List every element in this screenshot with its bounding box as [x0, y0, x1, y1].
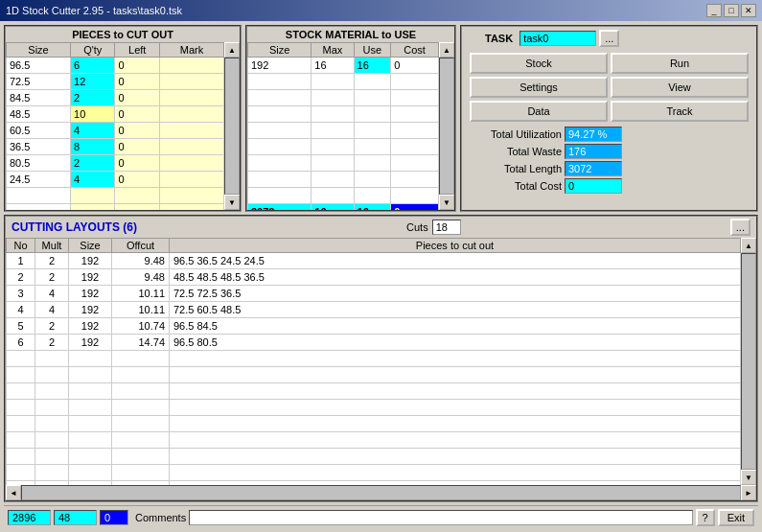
piece-size[interactable]: 24.5: [7, 172, 71, 188]
window-controls[interactable]: _ □ ✕: [706, 4, 756, 17]
stock-button[interactable]: Stock: [470, 53, 608, 74]
piece-empty[interactable]: [71, 188, 115, 204]
run-button[interactable]: Run: [611, 53, 749, 74]
stock-empty[interactable]: [248, 139, 312, 155]
stock-empty[interactable]: [248, 172, 312, 188]
piece-qty[interactable]: 6: [71, 58, 115, 74]
pieces-vscroll[interactable]: ▲ ▼: [224, 42, 240, 210]
stock-scroll-down[interactable]: ▼: [439, 195, 454, 210]
stock-scroll-track[interactable]: [439, 58, 454, 195]
stock-empty[interactable]: [312, 74, 354, 90]
piece-qty[interactable]: 4: [71, 123, 115, 139]
settings-button[interactable]: Settings: [470, 77, 608, 98]
stock-empty[interactable]: [312, 90, 354, 106]
piece-size[interactable]: 72.5: [7, 74, 71, 90]
piece-left[interactable]: 0: [115, 58, 159, 74]
comments-input[interactable]: [189, 510, 692, 525]
cutting-scroll-up[interactable]: ▲: [741, 238, 756, 253]
scroll-down-arrow[interactable]: ▼: [224, 195, 240, 210]
stock-empty[interactable]: [312, 139, 354, 155]
stock-empty[interactable]: [354, 172, 391, 188]
piece-size[interactable]: 48.5: [7, 106, 71, 123]
piece-empty[interactable]: [7, 204, 71, 211]
piece-qty[interactable]: 2: [71, 155, 115, 172]
task-name-input[interactable]: [520, 31, 596, 46]
piece-empty[interactable]: [115, 204, 159, 211]
cutting-scroll-track[interactable]: [741, 253, 756, 470]
hscroll-right[interactable]: ►: [741, 485, 756, 500]
piece-left[interactable]: 0: [115, 74, 159, 90]
piece-empty[interactable]: [159, 204, 223, 211]
stock-vscroll[interactable]: ▲ ▼: [439, 42, 454, 210]
track-button[interactable]: Track: [611, 101, 749, 122]
piece-qty[interactable]: 2: [71, 90, 115, 106]
piece-mark[interactable]: [159, 106, 223, 123]
stock-scroll-up[interactable]: ▲: [439, 42, 454, 58]
close-button[interactable]: ✕: [741, 4, 756, 17]
hscroll-left[interactable]: ◄: [6, 485, 21, 500]
cutting-hscroll[interactable]: ◄ ►: [6, 485, 756, 500]
cutting-row[interactable]: 1 2 192 9.48 96.5 36.5 24.5 24.5: [7, 253, 741, 269]
piece-empty[interactable]: [7, 188, 71, 204]
piece-size[interactable]: 80.5: [7, 155, 71, 172]
scroll-up-arrow[interactable]: ▲: [224, 42, 240, 58]
piece-left[interactable]: 0: [115, 90, 159, 106]
piece-qty[interactable]: 8: [71, 139, 115, 155]
stock-empty[interactable]: [354, 188, 391, 204]
stock-empty[interactable]: [248, 188, 312, 204]
stock-empty[interactable]: [391, 74, 439, 90]
maximize-button[interactable]: □: [724, 4, 739, 17]
piece-qty[interactable]: 4: [71, 172, 115, 188]
stock-empty[interactable]: [391, 139, 439, 155]
cutting-row[interactable]: 2 2 192 9.48 48.5 48.5 48.5 36.5: [7, 269, 741, 286]
stock-empty[interactable]: [248, 74, 312, 90]
stock-empty[interactable]: [248, 106, 312, 123]
stock-max[interactable]: 16: [312, 58, 354, 74]
stock-empty[interactable]: [248, 90, 312, 106]
piece-mark[interactable]: [159, 123, 223, 139]
stock-empty[interactable]: [312, 188, 354, 204]
piece-left[interactable]: 0: [115, 123, 159, 139]
stock-empty[interactable]: [391, 123, 439, 139]
stock-use[interactable]: 16: [354, 58, 391, 74]
piece-qty[interactable]: 10: [71, 106, 115, 123]
minimize-button[interactable]: _: [706, 4, 722, 17]
piece-empty[interactable]: [115, 188, 159, 204]
piece-mark[interactable]: [159, 155, 223, 172]
stock-empty[interactable]: [248, 123, 312, 139]
stock-empty[interactable]: [354, 139, 391, 155]
stock-size[interactable]: 192: [248, 58, 312, 74]
cutting-scroll-down[interactable]: ▼: [741, 470, 756, 485]
stock-empty[interactable]: [391, 106, 439, 123]
piece-empty[interactable]: [71, 204, 115, 211]
piece-mark[interactable]: [159, 74, 223, 90]
stock-empty[interactable]: [312, 155, 354, 172]
task-browse-button[interactable]: ...: [599, 30, 619, 47]
stock-empty[interactable]: [248, 155, 312, 172]
piece-size[interactable]: 96.5: [7, 58, 71, 74]
piece-size[interactable]: 84.5: [7, 90, 71, 106]
piece-mark[interactable]: [159, 139, 223, 155]
piece-size[interactable]: 36.5: [7, 139, 71, 155]
piece-left[interactable]: 0: [115, 172, 159, 188]
stock-empty[interactable]: [354, 123, 391, 139]
piece-left[interactable]: 0: [115, 106, 159, 123]
piece-mark[interactable]: [159, 58, 223, 74]
exit-button[interactable]: Exit: [718, 509, 754, 526]
piece-qty[interactable]: 12: [71, 74, 115, 90]
scroll-track[interactable]: [224, 58, 240, 195]
piece-size[interactable]: 60.5: [7, 123, 71, 139]
view-button[interactable]: View: [611, 77, 749, 98]
data-button[interactable]: Data: [470, 101, 608, 122]
cutting-browse-btn[interactable]: ...: [730, 219, 750, 236]
stock-empty[interactable]: [312, 106, 354, 123]
stock-empty[interactable]: [391, 155, 439, 172]
cutting-row[interactable]: 5 2 192 10.74 96.5 84.5: [7, 318, 741, 335]
cutting-row[interactable]: 4 4 192 10.11 72.5 60.5 48.5: [7, 302, 741, 318]
piece-left[interactable]: 0: [115, 139, 159, 155]
stock-empty[interactable]: [354, 90, 391, 106]
stock-empty[interactable]: [312, 123, 354, 139]
piece-mark[interactable]: [159, 90, 223, 106]
piece-left[interactable]: 0: [115, 155, 159, 172]
cutting-vscroll[interactable]: ▲ ▼: [741, 238, 756, 485]
